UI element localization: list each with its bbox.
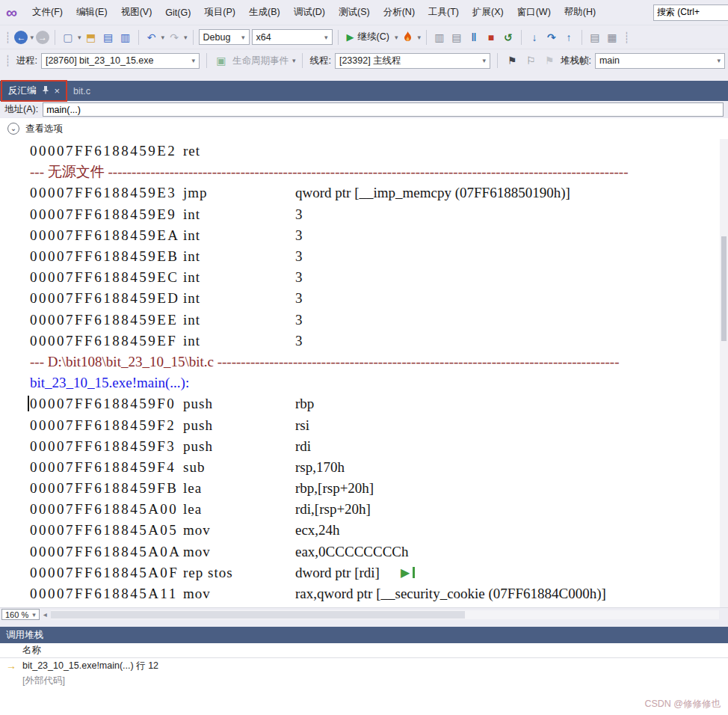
stack-frame-combo[interactable]: main▾ — [595, 53, 725, 69]
navigate-back-dropdown[interactable]: ▾ — [30, 34, 34, 41]
new-file-dropdown[interactable]: ▾ — [78, 34, 81, 41]
menu-extensions[interactable]: 扩展(X) — [466, 3, 510, 22]
stack-frame-label: 堆栈帧: — [561, 55, 591, 67]
menu-git[interactable]: Git(G) — [158, 4, 197, 21]
platform-combo[interactable]: x64▾ — [252, 29, 333, 45]
process-combo-caret[interactable]: ▾ — [191, 57, 195, 64]
call-stack-name-column-header[interactable]: 名称 — [0, 643, 728, 658]
stack-frame-combo-caret[interactable]: ▾ — [717, 57, 721, 64]
break-all-icon[interactable]: ‖ — [466, 29, 481, 46]
disasm-line[interactable]: 00007FF6188459EFint3 — [0, 331, 728, 352]
tab-disassembly[interactable]: 反汇编× — [1, 81, 67, 101]
menu-window[interactable]: 窗口(W) — [510, 3, 558, 22]
menu-build[interactable]: 生成(B) — [242, 3, 287, 22]
disasm-line[interactable]: 00007FF618845A0Amoveax,0CCCCCCCCh — [0, 541, 728, 562]
disasm-line[interactable]: 00007FF6188459E9int3 — [0, 204, 728, 225]
vertical-scrollbar-thumb[interactable] — [721, 236, 727, 341]
view-options-header[interactable]: ⌄ 查看选项 — [0, 118, 728, 139]
disasm-line[interactable]: 00007FF6188459FBlearbp,[rsp+20h] — [0, 478, 728, 499]
restart-icon[interactable]: ↺ — [501, 29, 516, 46]
hot-reload-dropdown[interactable]: ▾ — [417, 34, 421, 41]
menu-help[interactable]: 帮助(H) — [558, 3, 602, 22]
disasm-line[interactable]: 00007FF6188459F4subrsp,170h — [0, 457, 728, 478]
menu-view[interactable]: 视图(V) — [114, 3, 159, 22]
chevron-down-icon[interactable]: ⌄ — [7, 123, 19, 135]
disasm-line[interactable]: 00007FF6188459EBint3 — [0, 246, 728, 267]
menu-project[interactable]: 项目(P) — [197, 3, 242, 22]
stop-debugging-icon[interactable]: ■ — [484, 29, 499, 46]
pin-icon[interactable] — [42, 85, 49, 96]
platform-combo-caret[interactable]: ▾ — [324, 34, 328, 41]
vertical-scrollbar[interactable] — [720, 139, 728, 607]
call-stack-title-bar[interactable]: 调用堆栈 — [0, 627, 728, 643]
call-stack-panel: 名称 →bit_23_10_15.exe!main(...) 行 12[外部代码… — [0, 643, 728, 696]
zoom-level-combo[interactable]: 160 % ▾ — [1, 609, 40, 620]
disasm-line[interactable]: 00007FF6188459E2ret — [0, 141, 728, 162]
undo-dropdown[interactable]: ▾ — [161, 34, 165, 41]
thread-combo-caret[interactable]: ▾ — [482, 57, 486, 64]
disasm-line[interactable]: 00007FF6188459F2pushrsi — [0, 414, 728, 435]
disasm-line[interactable]: 00007FF6188459F0pushrbp — [0, 393, 728, 414]
close-icon[interactable]: × — [55, 86, 61, 96]
menu-analyze[interactable]: 分析(N) — [377, 3, 422, 22]
step-into-icon[interactable]: ↓ — [527, 29, 542, 46]
breakpoints-window-icon[interactable]: ▤ — [449, 29, 464, 46]
flag-outline-icon[interactable]: ⚐ — [523, 52, 538, 69]
step-over-icon[interactable]: ↷ — [544, 29, 559, 46]
configuration-combo-caret[interactable]: ▾ — [241, 34, 245, 41]
continue-dropdown[interactable]: ▾ — [395, 34, 398, 41]
redo-dropdown[interactable]: ▾ — [184, 34, 188, 41]
disasm-line[interactable]: 00007FF6188459EEint3 — [0, 310, 728, 331]
disasm-line[interactable]: 00007FF618845A05movecx,24h — [0, 520, 728, 541]
flag-icon[interactable]: ⚑ — [505, 52, 519, 69]
hot-reload-icon[interactable] — [400, 29, 415, 46]
tab-bit-c[interactable]: bit.c — [67, 81, 97, 101]
menu-edit[interactable]: 编辑(E) — [70, 3, 114, 22]
scroll-left-icon[interactable]: ◂ — [43, 610, 47, 619]
call-stack-row[interactable]: →bit_23_10_15.exe!main(...) 行 12 — [0, 658, 728, 673]
immediate-window-icon[interactable]: ▤ — [587, 29, 602, 46]
show-next-statement-icon[interactable]: ▥ — [432, 29, 447, 46]
continue-button[interactable]: ▶继续(C) — [344, 29, 392, 46]
save-all-icon[interactable]: ▥ — [118, 29, 133, 46]
disasm-line[interactable]: 00007FF6188459EAint3 — [0, 225, 728, 246]
zoom-dropdown-caret[interactable]: ▾ — [32, 611, 36, 619]
navigate-forward-icon[interactable]: → — [36, 31, 49, 44]
undo-icon[interactable]: ↶ — [144, 29, 159, 46]
menu-debug[interactable]: 调试(D) — [287, 3, 332, 22]
navigate-back-icon[interactable]: ← — [14, 31, 28, 44]
thread-combo[interactable]: [23392] 主线程▾ — [335, 53, 490, 69]
disasm-line[interactable]: 00007FF6188459F3pushrdi — [0, 436, 728, 457]
redo-icon[interactable]: ↷ — [167, 29, 182, 46]
call-stack-row[interactable]: [外部代码] — [0, 673, 728, 688]
menu-file[interactable]: 文件(F) — [25, 3, 70, 22]
save-icon[interactable]: ▤ — [101, 29, 116, 46]
debug-location-toolbar: ┊进程:[28760] bit_23_10_15.exe▾▣生命周期事件▾线程:… — [0, 49, 728, 72]
disasm-line[interactable]: 00007FF618845A00leardi,[rsp+20h] — [0, 499, 728, 520]
flags-disabled-icon[interactable]: ⚑ — [542, 52, 557, 69]
step-out-icon[interactable]: ↑ — [561, 29, 576, 46]
disassembly-editor[interactable]: 00007FF6188459E2ret--- 无源文件 ------------… — [0, 139, 728, 607]
disasm-line[interactable]: 00007FF618845A18xorrax,rbp — [0, 604, 728, 607]
horizontal-scrollbar[interactable] — [51, 610, 719, 619]
open-file-icon[interactable]: ⬒ — [84, 29, 99, 46]
watch-window-icon[interactable]: ▦ — [605, 29, 620, 46]
lifecycle-events-icon[interactable]: ▣ — [214, 52, 229, 69]
disasm-line[interactable]: 00007FF6188459ECint3 — [0, 267, 728, 288]
disasm-line[interactable]: 00007FF618845A0Frep stosdword ptr [rdi]▶ — [0, 562, 728, 583]
address-input[interactable] — [43, 102, 724, 117]
lifecycle-events-dropdown[interactable]: ▾ — [292, 57, 296, 64]
instruction-mnemonic: mov — [183, 586, 295, 602]
menu-tools[interactable]: 工具(T) — [422, 3, 466, 22]
disasm-line[interactable]: 00007FF6188459EDint3 — [0, 288, 728, 309]
menu-test[interactable]: 测试(S) — [332, 3, 377, 22]
process-combo[interactable]: [28760] bit_23_10_15.exe▾ — [41, 53, 200, 69]
process-label: 进程: — [16, 55, 37, 67]
horizontal-scrollbar-thumb[interactable] — [51, 611, 465, 619]
new-file-icon[interactable]: ▢ — [61, 29, 75, 46]
disasm-line[interactable]: 00007FF618845A11movrax,qword ptr [__secu… — [0, 583, 728, 604]
disasm-line[interactable]: 00007FF6188459E3jmpqword ptr [__imp_memc… — [0, 182, 728, 203]
search-input[interactable] — [653, 4, 728, 21]
panel-spacer — [0, 621, 728, 627]
configuration-combo[interactable]: Debug▾ — [199, 29, 250, 45]
